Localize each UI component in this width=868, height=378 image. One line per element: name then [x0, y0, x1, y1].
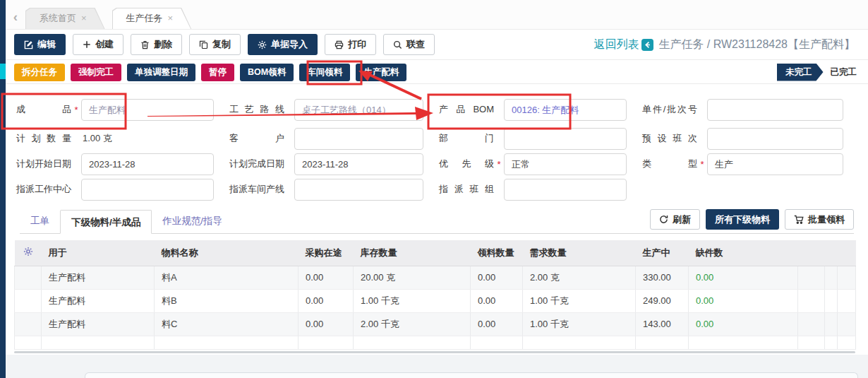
edit-label: 编辑 [37, 38, 56, 51]
cell-used-for: 生产配料 [42, 289, 155, 312]
col-used-for: 用于 [42, 240, 155, 266]
cell-in-production: 330.00 [636, 266, 689, 289]
close-icon[interactable]: × [81, 13, 87, 23]
create-label: 创建 [95, 38, 114, 51]
department-input[interactable] [504, 128, 627, 150]
cell-material-name: 料C [155, 312, 299, 336]
delete-button[interactable]: 删除 [131, 34, 182, 55]
table-row[interactable]: 生产配料 料B 0.00 1.00 千克 0.00 1.00 千克 249.00… [15, 289, 856, 312]
col-picked-qty: 领料数量 [471, 240, 523, 266]
close-icon[interactable]: × [168, 13, 174, 23]
plus-icon [83, 40, 91, 49]
field-type: 类型* 生产 [642, 151, 859, 177]
sub-materials-table: 用于 物料名称 采购在途 库存数量 领料数量 需求数量 生产中 缺件数 生产配料… [14, 240, 856, 350]
plan-finish-date-input[interactable]: 2023-11-28 [294, 153, 423, 175]
rail-active-indicator [0, 64, 6, 79]
col-purchasing-in-transit: 采购在途 [299, 240, 354, 266]
import-document-button[interactable]: 单据导入 [248, 34, 318, 55]
work-center-input[interactable] [81, 179, 214, 201]
edit-button[interactable]: 编辑 [14, 34, 66, 55]
production-task-page: ‹ 系统首页× 生产任务× 编辑 创建 删除 复制 单据导入 [0, 0, 868, 378]
link-query-button[interactable]: 联查 [383, 34, 435, 55]
plan-start-date-input[interactable]: 2023-11-28 [81, 153, 214, 175]
cell-required: 2.00 克 [523, 266, 636, 289]
cell-shortage: 0.00 [689, 312, 798, 336]
customer-input[interactable] [294, 128, 423, 150]
chevron-left-icon[interactable]: ‹ [6, 9, 25, 29]
bom-picking-button[interactable]: BOM领料 [240, 64, 294, 81]
field-customer: 客户 [229, 126, 439, 151]
breadcrumb: 返回列表 生产任务 / RW231128428【生产配料】 [593, 37, 855, 52]
product-bom-input[interactable]: 00126: 生产配料 [504, 99, 627, 121]
field-label: 客户 [229, 132, 284, 145]
cell-purchasing: 0.00 [299, 289, 354, 312]
query-label: 联查 [406, 38, 425, 51]
preset-shift-input[interactable] [707, 128, 843, 150]
all-sub-materials-label: 所有下级物料 [715, 213, 770, 226]
field-label: 指派工作中心 [16, 183, 71, 196]
cell-in-production: 143.00 [636, 312, 689, 336]
col-stock-qty: 库存数量 [354, 240, 471, 266]
copy-label: 复制 [212, 38, 231, 51]
all-sub-materials-button[interactable]: 所有下级物料 [706, 209, 779, 230]
field-label: 优先级 [439, 158, 494, 170]
force-complete-button[interactable]: 强制完工 [71, 64, 121, 81]
field-label: 预设班次 [642, 132, 697, 145]
create-button[interactable]: 创建 [73, 34, 123, 55]
print-button[interactable]: 打印 [325, 34, 376, 55]
field-label: 计划完成日期 [229, 158, 284, 170]
cell-in-production: 249.00 [636, 289, 689, 312]
tab-system-home[interactable]: 系统首页× [25, 8, 105, 29]
cell-stock: 1.00 千克 [354, 289, 471, 312]
copy-icon [199, 40, 208, 49]
refresh-button[interactable]: 刷新 [650, 209, 700, 230]
cell-picked: 0.00 [471, 312, 523, 336]
cell-picked: 0.00 [471, 266, 523, 289]
process-route-input[interactable]: 桌子工艺路线（014） [294, 99, 423, 121]
workshop-line-input[interactable] [294, 179, 423, 201]
field-label: 产品BOM [439, 103, 494, 116]
pause-button[interactable]: 暂停 [201, 64, 234, 81]
col-in-production: 生产中 [636, 240, 689, 266]
tab-sub-materials[interactable]: 下级物料/半成品 [60, 210, 152, 234]
tab-production-task[interactable]: 生产任务× [112, 8, 192, 29]
adjust-date-button[interactable]: 单独调整日期 [127, 64, 195, 81]
production-batching-button[interactable]: 生产配料 [356, 64, 406, 81]
table-row[interactable]: 生产配料 料C 0.00 2.00 千克 0.00 1.00 千克 143.00… [15, 312, 856, 336]
copy-button[interactable]: 复制 [189, 34, 241, 55]
import-label: 单据导入 [271, 38, 308, 51]
document-tab-bar: ‹ 系统首页× 生产任务× [6, 0, 868, 30]
left-nav-rail[interactable] [0, 0, 6, 378]
batch-picking-button[interactable]: 批量领料 [785, 209, 854, 230]
print-label: 打印 [348, 38, 366, 51]
planned-qty-value: 1.00 克 [81, 132, 214, 145]
main-toolbar: 编辑 创建 删除 复制 单据导入 打印 联查 返回列表 [6, 30, 868, 60]
task-detail-form: 成品* 生产配料 工艺路线 桌子工艺路线（014） 产品BOM 00126: 生… [6, 85, 868, 206]
finished-product-input[interactable]: 生产配料 [81, 99, 214, 121]
tab-label: 系统首页 [40, 13, 76, 23]
priority-input[interactable]: 正常 [504, 153, 627, 175]
back-to-list-link[interactable]: 返回列表 [593, 37, 653, 52]
split-task-button[interactable]: 拆分任务 [14, 64, 65, 81]
field-workshop-line: 指派车间产线 [229, 177, 439, 202]
edit-icon [24, 40, 33, 49]
tab-work-instructions[interactable]: 作业规范/指导 [152, 209, 233, 233]
team-input[interactable] [504, 179, 627, 201]
column-settings-gear-icon[interactable] [23, 247, 33, 256]
workshop-picking-button[interactable]: 车间领料 [299, 64, 350, 81]
trash-icon [140, 40, 150, 49]
unit-batch-no-input[interactable] [707, 99, 843, 121]
table-header-row: 用于 物料名称 采购在途 库存数量 领料数量 需求数量 生产中 缺件数 [15, 240, 856, 266]
refresh-label: 刷新 [673, 213, 691, 226]
field-plan-finish-date: 计划完成日期 2023-11-28 [229, 151, 439, 177]
tab-work-orders[interactable]: 工单 [20, 209, 60, 233]
horizontal-scrollbar[interactable] [14, 351, 855, 353]
printer-icon [334, 40, 344, 49]
table-row[interactable]: 生产配料 料A 0.00 20.00 克 0.00 2.00 克 330.00 … [15, 266, 856, 289]
cell-required: 1.00 千克 [523, 312, 636, 336]
gear-icon [258, 40, 267, 49]
type-input[interactable]: 生产 [707, 153, 843, 175]
field-label: 计划数量 [16, 132, 71, 145]
field-priority: 优先级* 正常 [439, 151, 642, 177]
tab-label: 生产任务 [126, 13, 163, 23]
